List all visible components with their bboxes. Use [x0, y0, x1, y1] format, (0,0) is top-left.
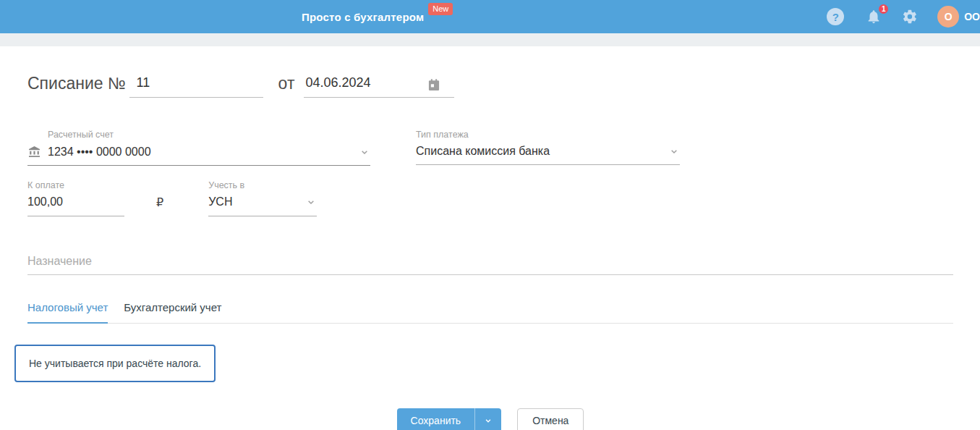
app-title-group: Просто с бухгалтером New [302, 0, 424, 33]
date-input[interactable] [304, 75, 427, 97]
form-actions: Сохранить Отмена [27, 408, 953, 430]
save-button[interactable]: Сохранить [397, 408, 475, 430]
chevron-down-icon [668, 146, 680, 157]
notification-count-badge: 1 [877, 3, 890, 15]
account-paytype-row: Расчетный счет 1234 •••• 0000 0000 Тип п… [27, 130, 953, 166]
settings-button[interactable] [900, 7, 919, 26]
paytype-field-group: Тип платежа Списана комиссия банка [416, 130, 680, 166]
gear-icon [902, 9, 918, 25]
save-split-button: Сохранить [397, 408, 502, 430]
app-title: Просто с бухгалтером [302, 11, 424, 23]
avatar: O [937, 6, 959, 28]
cancel-button[interactable]: Отмена [517, 408, 584, 430]
tax-notice-box: Не учитывается при расчёте налога. [14, 345, 216, 382]
new-badge: New [428, 3, 453, 15]
chevron-down-icon [483, 416, 493, 426]
paytype-select[interactable]: Списана комиссия банка [416, 145, 680, 165]
account-name: ОО [964, 11, 980, 22]
help-button[interactable]: ? [826, 7, 845, 26]
tab-book-accounting[interactable]: Бухгалтерский учет [124, 301, 221, 323]
paytype-label: Тип платежа [416, 130, 680, 140]
tabs: Налоговый учет Бухгалтерский учет [27, 301, 953, 324]
header-actions: ? 1 O ОО [826, 0, 980, 33]
amount-input[interactable] [27, 195, 124, 216]
chevron-down-icon [359, 146, 370, 158]
tab-tax-accounting[interactable]: Налоговый учет [27, 301, 108, 324]
subheader-strip [0, 33, 980, 46]
calendar-icon [427, 77, 441, 93]
date-preposition: от [278, 74, 295, 98]
regime-value: УСН [208, 195, 305, 208]
account-value: 1234 •••• 0000 0000 [48, 146, 359, 159]
doc-number-input[interactable] [129, 75, 263, 98]
page-title: Списание № [27, 74, 126, 98]
writeoff-form: Списание № от Расчетный счет [0, 46, 980, 430]
account-select[interactable]: 1234 •••• 0000 0000 [27, 145, 370, 166]
help-icon: ? [827, 8, 844, 25]
tax-notice-text: Не учитывается при расчёте налога. [29, 358, 201, 369]
chevron-down-icon [305, 196, 317, 208]
app-header: Просто с бухгалтером New ? 1 O ОО [0, 0, 980, 33]
notifications-button[interactable]: 1 [864, 7, 883, 26]
regime-label: Учесть в [208, 180, 317, 190]
bank-icon [27, 145, 41, 159]
paytype-value: Списана комиссия банка [416, 145, 668, 158]
date-field [304, 75, 454, 98]
date-picker-button[interactable] [427, 77, 441, 97]
purpose-field-group [27, 255, 953, 275]
document-title-row: Списание № от [27, 74, 953, 98]
purpose-input[interactable] [27, 255, 953, 275]
regime-field-group: Учесть в УСН [208, 180, 317, 216]
ruble-sign: ₽ [156, 195, 163, 216]
account-menu[interactable]: O ОО [937, 7, 980, 26]
amount-field-group: К оплате [27, 180, 124, 216]
account-label: Расчетный счет [27, 130, 370, 140]
amount-label: К оплате [27, 180, 124, 190]
amount-regime-row: К оплате ₽ Учесть в УСН [27, 180, 953, 216]
regime-select[interactable]: УСН [208, 195, 317, 216]
account-field-group: Расчетный счет 1234 •••• 0000 0000 [27, 130, 370, 166]
save-options-button[interactable] [474, 408, 501, 430]
